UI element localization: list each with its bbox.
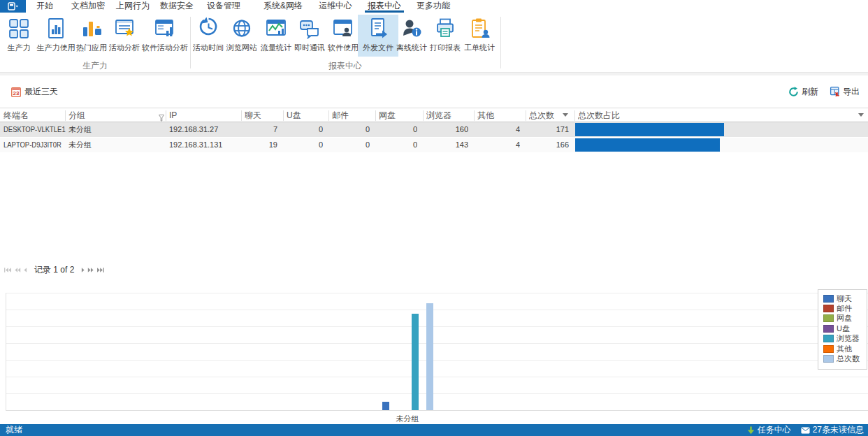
- task-center-label: 任务中心: [758, 424, 791, 436]
- ribbon-button-1-8[interactable]: 工单统计: [459, 15, 500, 57]
- ribbon-button-label: 活动时间: [193, 43, 224, 53]
- legend-item: 其他: [823, 344, 867, 354]
- legend-label: 邮件: [837, 303, 852, 314]
- legend-item: 邮件: [823, 303, 867, 313]
- menubar: 开始文档加密上网行为数据安全设备管理系统&网络运维中心报表中心更多功能: [0, 0, 868, 13]
- sort-arrow-icon[interactable]: [563, 113, 568, 117]
- menu-tab-4[interactable]: 数据安全: [160, 0, 194, 13]
- chart-gridline: [6, 326, 868, 327]
- table-row[interactable]: DESKTOP-VLKTLE1未分组192.168.31.27700016041…: [0, 122, 868, 137]
- menu-tab-5[interactable]: 设备管理: [207, 0, 240, 13]
- menu-tab-6[interactable]: 系统&网络: [263, 0, 303, 13]
- ribbon-button-label: 生产力使用: [37, 43, 75, 53]
- export-label: 导出: [843, 86, 860, 98]
- table-row[interactable]: LAPTOP-D9J3IT0R未分组192.168.31.13119000143…: [0, 138, 868, 152]
- legend-swatch: [823, 325, 834, 333]
- cell-ip: 192.168.31.27: [169, 122, 236, 137]
- ribbon-button-label: 打印报表: [430, 43, 461, 53]
- column-header-usb[interactable]: U盘: [287, 108, 325, 122]
- grid-icon: [8, 17, 30, 39]
- cell-browser: 143: [426, 138, 468, 152]
- menu-tab-9[interactable]: 更多功能: [417, 0, 450, 13]
- date-range-button[interactable]: 23 最近三天: [11, 85, 58, 99]
- column-header-browser[interactable]: 浏览器: [426, 108, 470, 122]
- chat-bubbles-icon: [298, 17, 321, 39]
- file-send-icon: [367, 17, 389, 39]
- prev-page-icon[interactable]: [24, 267, 28, 272]
- ribbon-button-label: 流量统计: [261, 43, 291, 53]
- first-page-icon[interactable]: [3, 267, 11, 272]
- cell-mail: 0: [332, 122, 370, 137]
- refresh-icon: [788, 87, 799, 97]
- refresh-button[interactable]: 刷新: [788, 86, 818, 98]
- column-header-bar[interactable]: 总次数占比: [578, 108, 865, 122]
- chart-gridline: [6, 310, 868, 310]
- menu-tab-8[interactable]: 报表中心: [368, 0, 401, 13]
- legend-swatch: [823, 335, 834, 342]
- column-separator: [283, 110, 284, 121]
- next-page-icon[interactable]: [81, 267, 85, 272]
- column-header-group[interactable]: 分组: [68, 108, 162, 122]
- cell-other: 4: [477, 138, 520, 152]
- pagination: 记录 1 of 2: [2, 265, 106, 275]
- task-center-button[interactable]: 任务中心: [747, 424, 791, 436]
- column-separator: [474, 110, 475, 121]
- app-icon: [8, 2, 19, 10]
- cell-mail: 0: [332, 138, 370, 152]
- cell-netdisk: 0: [379, 122, 417, 137]
- menu-tab-1[interactable]: 开始: [36, 0, 53, 13]
- fast-next-icon[interactable]: [87, 267, 94, 272]
- chart-legend: 聊天邮件网盘U盘浏览器其他总次数: [818, 289, 867, 370]
- column-separator: [241, 110, 242, 121]
- menu-tab-7[interactable]: 运维中心: [319, 0, 352, 13]
- download-arrow-icon: [747, 426, 755, 435]
- ribbon-button-label: 即时通讯: [294, 43, 325, 53]
- fast-prev-icon[interactable]: [15, 267, 21, 272]
- bar-chart: 未分组: [0, 283, 868, 423]
- ribbon-button-label: 离线统计: [396, 43, 427, 53]
- ribbon-group-label: 报表中心: [328, 60, 362, 72]
- refresh-label: 刷新: [802, 86, 818, 98]
- unread-messages-button[interactable]: 27条未读信息: [801, 424, 864, 436]
- column-header-netdisk[interactable]: 网盘: [379, 108, 419, 122]
- filter-icon[interactable]: [159, 112, 164, 119]
- statusbar: 就绪 任务中心 27条未读信息: [0, 424, 868, 436]
- column-separator: [65, 110, 66, 121]
- sort-arrow-icon[interactable]: [858, 113, 864, 117]
- svg-text:23: 23: [13, 90, 20, 96]
- chart-bar-总次数: [426, 303, 433, 410]
- ribbon-button-0-0[interactable]: 生产力: [3, 15, 35, 57]
- table-header[interactable]: 终端名分组IP聊天U盘邮件网盘浏览器其他总次数总次数占比: [0, 108, 868, 122]
- clipboard-user-icon: [468, 17, 491, 39]
- legend-swatch: [823, 295, 834, 303]
- column-header-chat[interactable]: 聊天: [245, 108, 280, 122]
- status-ready-label: 就绪: [6, 424, 22, 436]
- app-menu-button[interactable]: [0, 0, 26, 13]
- history-clock-icon: [197, 17, 219, 39]
- ribbon-group-separator: [190, 17, 191, 68]
- cell-usb: 0: [287, 122, 323, 137]
- column-separator: [328, 110, 329, 121]
- printer-icon: [434, 17, 456, 39]
- menu-tab-2[interactable]: 文档加密: [71, 0, 105, 13]
- menu-tab-3[interactable]: 上网行为: [116, 0, 150, 13]
- legend-label: 浏览器: [837, 333, 860, 344]
- ribbon-button-0-4[interactable]: 软件活动分析: [136, 15, 194, 57]
- column-header-terminal[interactable]: 终端名: [3, 108, 62, 122]
- unread-messages-label: 27条未读信息: [813, 424, 864, 436]
- export-button[interactable]: 导出: [830, 86, 860, 98]
- cell-ip: 192.168.31.131: [169, 138, 236, 152]
- export-icon: [830, 87, 840, 97]
- column-header-mail[interactable]: 邮件: [332, 108, 372, 122]
- chart-bar-浏览器: [412, 314, 419, 410]
- cell-netdisk: 0: [379, 138, 417, 152]
- ribbon-button-label: 浏览网站: [226, 43, 257, 53]
- doc-star-icon: [113, 17, 136, 39]
- column-separator: [166, 110, 166, 121]
- column-separator: [423, 110, 424, 121]
- ribbon-bottom-strip: [0, 72, 868, 75]
- last-page-icon[interactable]: [97, 267, 105, 272]
- column-header-ip[interactable]: IP: [169, 108, 238, 122]
- column-header-other[interactable]: 其他: [477, 108, 522, 122]
- cell-chat: 19: [245, 138, 277, 152]
